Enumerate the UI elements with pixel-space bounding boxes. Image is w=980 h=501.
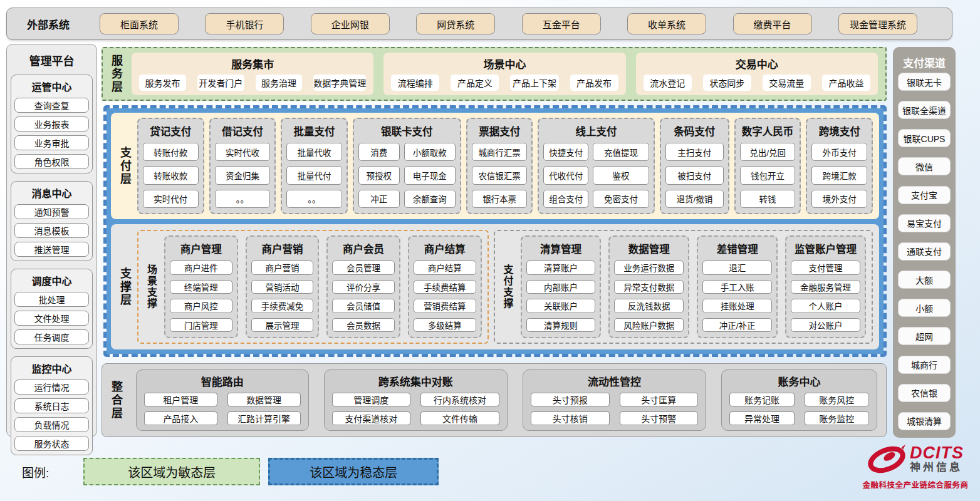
scene-support-button[interactable]: 会员储值 <box>332 299 395 313</box>
external-system-button[interactable]: 缴费平台 <box>733 13 812 34</box>
scene-support-button[interactable]: 营销活动 <box>251 280 314 294</box>
payment-function-button[interactable]: 预授权 <box>358 166 400 184</box>
service-function-button[interactable]: 流水登记 <box>644 75 692 91</box>
scene-support-button[interactable]: 评价分享 <box>332 280 395 294</box>
payment-support-button[interactable]: 内部账户 <box>526 280 596 294</box>
integration-function-button[interactable]: 产品接入 <box>144 411 217 425</box>
payment-channel-button[interactable]: 超网 <box>898 327 951 345</box>
scene-support-button[interactable]: 展示管理 <box>251 318 314 333</box>
integration-function-button[interactable]: 行内系统核对 <box>420 393 499 406</box>
payment-support-button[interactable]: 挂账处理 <box>702 299 772 313</box>
external-system-button[interactable]: 互金平台 <box>522 13 601 34</box>
payment-function-button[interactable]: 退货/撤销 <box>665 190 724 208</box>
payment-support-button[interactable]: 业务运行数据 <box>614 261 684 275</box>
payment-support-button[interactable]: 对公账户 <box>791 318 860 333</box>
payment-support-button[interactable]: 手工入账 <box>702 280 772 294</box>
payment-function-button[interactable]: 。。 <box>286 190 342 208</box>
payment-support-button[interactable]: 退汇 <box>702 261 772 275</box>
payment-function-button[interactable]: 消费 <box>358 143 400 161</box>
service-function-button[interactable]: 状态同步 <box>703 75 751 91</box>
scene-support-button[interactable]: 多级结算 <box>414 318 476 333</box>
payment-channel-button[interactable]: 城银清算 <box>898 412 951 430</box>
scene-support-button[interactable]: 门店管理 <box>170 318 232 333</box>
payment-support-button[interactable]: 冲正/补正 <box>702 318 772 333</box>
management-function-button[interactable]: 推送管理 <box>14 242 89 257</box>
integration-function-button[interactable]: 租户管理 <box>144 393 217 406</box>
payment-channel-button[interactable]: 银联全渠道 <box>898 101 951 119</box>
integration-function-button[interactable]: 头寸匡算 <box>620 393 699 406</box>
service-function-button[interactable]: 服务治理 <box>256 75 303 91</box>
payment-support-button[interactable]: 清算账户 <box>526 261 596 275</box>
integration-function-button[interactable]: 异常处理 <box>729 411 794 425</box>
payment-function-button[interactable]: 快捷支付 <box>543 143 588 161</box>
payment-function-button[interactable]: 代收代付 <box>543 166 588 184</box>
payment-function-button[interactable]: 。。 <box>215 190 271 208</box>
service-function-button[interactable]: 产品收益 <box>822 75 870 91</box>
payment-support-button[interactable]: 金融服务管理 <box>791 280 860 294</box>
scene-support-button[interactable]: 商户营销 <box>251 261 314 275</box>
payment-function-button[interactable]: 余额查询 <box>404 190 456 208</box>
scene-support-button[interactable]: 商户结算 <box>414 261 476 275</box>
payment-function-button[interactable]: 充值提现 <box>593 143 649 161</box>
payment-function-button[interactable]: 转钱 <box>740 190 796 208</box>
integration-function-button[interactable]: 头寸核销 <box>531 411 610 425</box>
management-function-button[interactable]: 运行情况 <box>14 380 89 395</box>
service-function-button[interactable]: 产品上下架 <box>510 75 558 91</box>
payment-function-button[interactable]: 批量代付 <box>286 166 342 184</box>
payment-channel-button[interactable]: 通联支付 <box>898 242 951 261</box>
scene-support-button[interactable]: 会员管理 <box>332 261 395 275</box>
scene-support-button[interactable]: 商户进件 <box>170 261 232 275</box>
management-function-button[interactable]: 消息模板 <box>14 223 89 238</box>
payment-function-button[interactable]: 城商行汇票 <box>472 143 528 161</box>
management-function-button[interactable]: 服务状态 <box>14 436 89 451</box>
integration-function-button[interactable]: 账务监控 <box>805 411 869 425</box>
payment-channel-button[interactable]: 银联无卡 <box>898 73 951 91</box>
payment-support-button[interactable]: 清算规则 <box>526 318 596 333</box>
payment-support-button[interactable]: 关联账户 <box>526 299 596 313</box>
external-system-button[interactable]: 现金管理系统 <box>838 13 917 34</box>
payment-channel-button[interactable]: 易宝支付 <box>898 214 951 232</box>
external-system-button[interactable]: 收单系统 <box>627 13 706 34</box>
management-function-button[interactable]: 任务调度 <box>14 329 89 344</box>
scene-support-button[interactable]: 终端管理 <box>170 280 232 294</box>
payment-function-button[interactable]: 批量代收 <box>286 143 342 161</box>
payment-function-button[interactable]: 组合支付 <box>543 190 588 208</box>
service-function-button[interactable]: 产品定义 <box>451 75 499 91</box>
payment-function-button[interactable]: 农信银汇票 <box>472 166 528 184</box>
payment-function-button[interactable]: 资金归集 <box>215 166 271 184</box>
external-system-button[interactable]: 手机银行 <box>205 13 284 34</box>
payment-function-button[interactable]: 外币支付 <box>811 143 867 161</box>
payment-function-button[interactable]: 境外支付 <box>811 190 867 208</box>
external-system-button[interactable]: 柜面系统 <box>100 13 179 34</box>
management-function-button[interactable]: 通知预警 <box>14 204 89 219</box>
payment-function-button[interactable]: 转账收款 <box>143 166 199 184</box>
payment-channel-button[interactable]: 农信银 <box>898 384 951 402</box>
management-function-button[interactable]: 业务报表 <box>14 116 89 132</box>
payment-function-button[interactable]: 鉴权 <box>593 166 649 184</box>
payment-support-button[interactable]: 风险账户数据 <box>614 318 684 333</box>
payment-function-button[interactable]: 跨境汇款 <box>811 166 867 184</box>
scene-support-button[interactable]: 会员数据 <box>332 318 395 333</box>
payment-support-button[interactable]: 反洗钱数据 <box>614 299 684 313</box>
management-function-button[interactable]: 批处理 <box>14 292 89 307</box>
payment-support-button[interactable]: 个人账户 <box>791 299 860 313</box>
service-function-button[interactable]: 开发者门户 <box>197 75 244 91</box>
external-system-button[interactable]: 网贷系统 <box>416 13 495 34</box>
management-function-button[interactable]: 负载情况 <box>14 417 89 432</box>
external-system-button[interactable]: 企业网银 <box>311 13 390 34</box>
service-function-button[interactable]: 服务发布 <box>139 75 186 91</box>
scene-support-button[interactable]: 手续费结算 <box>414 280 476 294</box>
payment-function-button[interactable]: 主扫支付 <box>665 143 724 161</box>
payment-channel-button[interactable]: 大额 <box>898 271 951 289</box>
payment-function-button[interactable]: 转账付款 <box>143 143 199 161</box>
payment-function-button[interactable]: 小额取款 <box>404 143 456 161</box>
payment-function-button[interactable]: 免密支付 <box>593 190 649 208</box>
payment-function-button[interactable]: 电子现金 <box>404 166 456 184</box>
integration-function-button[interactable]: 账务记账 <box>729 393 794 406</box>
integration-function-button[interactable]: 数据管理 <box>227 393 301 406</box>
integration-function-button[interactable]: 文件传输 <box>420 411 499 425</box>
scene-support-button[interactable]: 商户风控 <box>170 299 232 313</box>
integration-function-button[interactable]: 支付渠道核对 <box>332 411 411 425</box>
integration-function-button[interactable]: 管理调度 <box>332 393 411 406</box>
payment-channel-button[interactable]: 微信 <box>898 157 951 175</box>
